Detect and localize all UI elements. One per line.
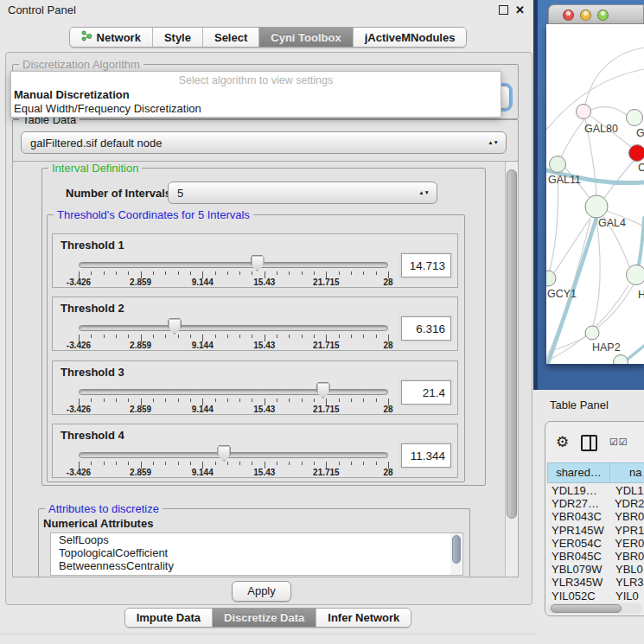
close-traffic-light[interactable] <box>563 10 574 21</box>
table-row[interactable]: YDR27…YDR2 <box>546 497 644 510</box>
cell-name: YIL0 <box>609 590 639 603</box>
table-row[interactable]: YIL052CYIL0 <box>546 590 644 603</box>
tick-mark <box>363 271 364 275</box>
column-header-shared[interactable]: shared… <box>547 462 610 483</box>
network-node-gal11[interactable] <box>550 156 566 173</box>
tab-network[interactable]: Network <box>70 28 152 47</box>
gear-icon[interactable]: ⚙ <box>556 433 569 451</box>
threshold-slider-track[interactable] <box>79 452 388 458</box>
slider-tick-labels: -3.4262.8599.14415.4321.71528 <box>79 468 388 478</box>
tick-mark <box>190 271 191 275</box>
network-node-c[interactable] <box>629 145 644 162</box>
tab-select[interactable]: Select <box>202 28 258 47</box>
tick-mark <box>190 335 191 338</box>
tick-mark <box>289 335 290 338</box>
minimize-traffic-light[interactable] <box>580 10 591 21</box>
tab-label: Cyni Toolbox <box>271 31 341 44</box>
tick-mark <box>302 335 303 338</box>
tick-mark <box>165 271 166 275</box>
column-header-name[interactable]: na <box>609 462 644 483</box>
network-edge <box>561 119 584 157</box>
tab-cyni-toolbox[interactable]: Cyni Toolbox <box>258 28 352 47</box>
table-row[interactable]: YBL079WYBL0 <box>546 563 644 576</box>
tick-mark <box>277 335 277 338</box>
dropdown-item-equal-width[interactable]: Equal Width/Frequency Discretization <box>14 102 201 115</box>
threshold-slider-handle[interactable] <box>316 382 330 399</box>
network-canvas[interactable]: GAL80GACGAL11GAL4GCY1HHAP2 <box>546 24 644 364</box>
table-row[interactable]: YDL19…YDL1 <box>546 484 644 497</box>
number-of-intervals-combo[interactable]: 5 ▲▼ <box>168 182 437 204</box>
float-icon[interactable] <box>499 5 508 15</box>
tick-mark <box>339 462 340 465</box>
tick-mark <box>376 399 377 402</box>
close-icon[interactable]: ✕ <box>515 5 525 15</box>
cell-name: YBR0 <box>608 510 644 523</box>
tick-mark <box>153 271 154 275</box>
attribute-item-betweennesscentrality[interactable]: BetweennessCentrality <box>51 559 462 572</box>
tick-mark <box>351 462 352 465</box>
tick-mark <box>128 462 129 465</box>
network-node-gal4[interactable] <box>585 195 608 218</box>
network-window-titlebar[interactable] <box>548 4 644 24</box>
threshold-value-field[interactable]: 11.344 <box>401 443 451 468</box>
threshold-slider-handle[interactable] <box>217 445 231 462</box>
zoom-traffic-light[interactable] <box>597 10 609 21</box>
network-graph: GAL80GACGAL11GAL4GCY1HHAP2 <box>546 24 644 364</box>
tick-mark <box>215 399 216 402</box>
table-row[interactable]: YPR145WYPR1 <box>546 524 644 537</box>
tab-discretize-data[interactable]: Discretize Data <box>212 609 316 627</box>
columns-icon[interactable] <box>581 435 597 451</box>
cell-name: YLR3 <box>609 576 644 589</box>
attributes-scrollbar-thumb[interactable] <box>452 535 461 564</box>
tick-mark <box>91 271 92 275</box>
tab-impute-data[interactable]: Impute Data <box>125 609 212 627</box>
threshold-value-field[interactable]: 21.4 <box>401 380 451 405</box>
apply-button[interactable]: Apply <box>232 581 291 602</box>
network-node-gal80[interactable] <box>577 105 591 119</box>
attribute-item-selfloops[interactable]: SelfLoops <box>51 533 462 546</box>
tick-mark <box>128 399 129 402</box>
table-hscrollbar-thumb[interactable] <box>551 604 622 613</box>
tick-mark <box>178 271 179 275</box>
node-label: C <box>638 162 644 174</box>
tab-jactivemnodules[interactable]: jActiveMNodules <box>353 28 467 47</box>
tick-mark <box>351 399 352 402</box>
slider-tick-labels: -3.4262.8599.14415.4321.71528 <box>79 277 388 288</box>
cell-shared-name: YDR27… <box>546 497 608 510</box>
network-node-hap2[interactable] <box>585 326 599 340</box>
settings-scrollbar-thumb[interactable] <box>507 169 517 519</box>
threshold-value-field[interactable]: 14.713 <box>401 253 451 277</box>
tick-mark <box>289 399 290 402</box>
network-node-ga[interactable] <box>627 110 643 126</box>
table-data-combo[interactable]: galFiltered.sif default node ▲▼ <box>21 131 507 154</box>
tick-label: -3.426 <box>67 468 91 477</box>
table-row[interactable]: YLR345WYLR3 <box>546 576 644 589</box>
threshold-slider-track[interactable] <box>79 325 388 331</box>
table-row[interactable]: YBR043CYBR0 <box>546 510 644 523</box>
dropdown-item-manual[interactable]: Manual Discretization <box>14 88 130 101</box>
tick-mark <box>116 462 117 465</box>
tick-mark <box>178 335 179 338</box>
tab-label: Discretize Data <box>224 611 304 624</box>
checkbox-icons[interactable]: ☑☑ <box>609 437 628 448</box>
tick-mark <box>339 399 340 402</box>
threshold-slider-handle[interactable] <box>168 318 182 335</box>
threshold-slider-handle[interactable] <box>251 255 265 271</box>
tick-mark <box>277 399 277 402</box>
tick-label: 21.715 <box>313 277 340 287</box>
tick-mark <box>128 271 129 275</box>
tick-mark <box>314 271 315 275</box>
threshold-slider-track[interactable] <box>79 262 388 268</box>
tab-infer-network[interactable]: Infer Network <box>316 609 411 627</box>
cell-shared-name: YER054C <box>546 537 608 550</box>
threshold-value-field[interactable]: 6.316 <box>401 316 451 341</box>
table-row[interactable]: YBR045CYBR0 <box>546 550 644 563</box>
cell-shared-name: YDL19… <box>546 484 609 497</box>
network-node[interactable] <box>614 355 628 365</box>
tab-style[interactable]: Style <box>152 28 202 47</box>
table-row[interactable]: YER054CYER0 <box>546 537 644 550</box>
network-node-h[interactable] <box>627 265 644 285</box>
tick-mark <box>91 335 92 338</box>
attribute-item-topologicalcoefficient[interactable]: TopologicalCoefficient <box>51 546 462 559</box>
threshold-slider-track[interactable] <box>79 389 388 395</box>
